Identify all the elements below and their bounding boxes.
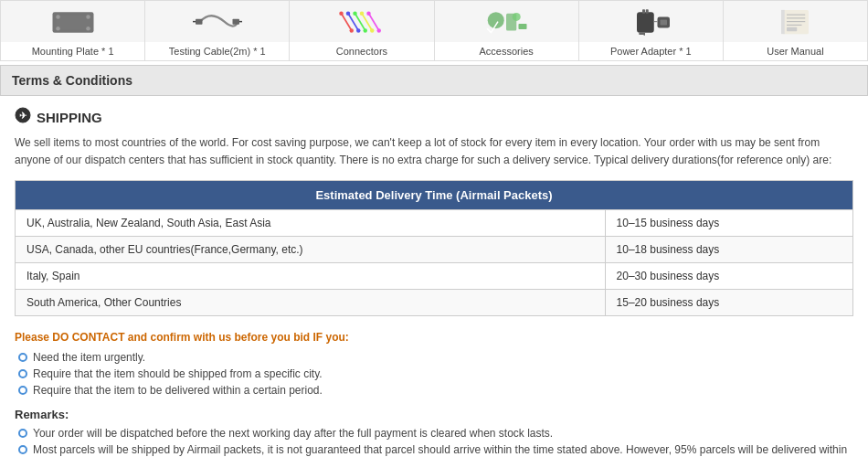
contact-item: Need the item urgently. bbox=[18, 351, 853, 364]
product-accessories: Accessories bbox=[435, 1, 579, 61]
remark-item-text: Your order will be dispatched before the… bbox=[33, 427, 553, 440]
delivery-region: UK, Australia, New Zealand, South Asia, … bbox=[16, 210, 606, 237]
bullet-icon bbox=[18, 429, 27, 438]
svg-rect-1 bbox=[56, 15, 90, 30]
svg-rect-35 bbox=[661, 19, 668, 25]
svg-rect-29 bbox=[637, 12, 654, 33]
svg-point-5 bbox=[86, 26, 90, 30]
delivery-region: USA, Canada, other EU countries(France,G… bbox=[16, 237, 606, 263]
contact-item-text: Require that the item should be shipped … bbox=[33, 367, 323, 380]
svg-point-15 bbox=[339, 11, 344, 16]
contact-item-text: Need the item urgently. bbox=[33, 351, 145, 364]
svg-rect-7 bbox=[232, 18, 239, 24]
svg-point-2 bbox=[56, 15, 60, 19]
product-mounting-plate: Mounting Plate * 1 bbox=[1, 1, 145, 61]
svg-point-17 bbox=[353, 11, 357, 16]
bullet-icon bbox=[18, 445, 27, 454]
contact-item: Require that the item to be delivered wi… bbox=[18, 384, 853, 397]
svg-rect-6 bbox=[196, 18, 203, 24]
contact-list: Need the item urgently.Require that the … bbox=[15, 351, 853, 397]
svg-rect-30 bbox=[642, 9, 645, 14]
product-testing-cable: Testing Cable(2m) * 1 bbox=[145, 1, 290, 61]
remarks-list: Your order will be dispatched before the… bbox=[15, 427, 853, 456]
shipping-description: We sell items to most countries of the w… bbox=[15, 134, 853, 169]
svg-rect-32 bbox=[640, 32, 645, 34]
svg-point-19 bbox=[366, 11, 371, 16]
power-adapter-image bbox=[579, 1, 723, 42]
svg-point-3 bbox=[86, 15, 90, 19]
remark-item: Most parcels will be shipped by Airmail … bbox=[18, 443, 853, 456]
mounting-plate-image bbox=[1, 1, 144, 42]
contact-item-text: Require that the item to be delivered wi… bbox=[33, 384, 323, 397]
delivery-table: Estimated Delivery Time (Airmail Packets… bbox=[15, 180, 853, 316]
delivery-region: South America, Other Countries bbox=[16, 290, 606, 316]
product-power-adapter: Power Adapter * 1 bbox=[579, 1, 724, 61]
product-connectors: Connectors bbox=[290, 1, 434, 61]
delivery-region: Italy, Spain bbox=[16, 263, 606, 290]
svg-point-24 bbox=[376, 28, 381, 33]
delivery-time: 20–30 business days bbox=[605, 263, 852, 290]
remark-item-text: Most parcels will be shipped by Airmail … bbox=[33, 443, 847, 456]
product-user-manual: User Manual bbox=[724, 1, 868, 61]
bullet-icon bbox=[18, 369, 27, 378]
testing-cable-label: Testing Cable(2m) * 1 bbox=[145, 42, 289, 60]
user-manual-image bbox=[724, 1, 867, 42]
svg-point-27 bbox=[513, 12, 521, 20]
terms-title: Terms & Conditions bbox=[12, 73, 132, 88]
svg-point-21 bbox=[356, 28, 361, 33]
power-adapter-label: Power Adapter * 1 bbox=[579, 42, 723, 60]
contact-item: Require that the item should be shipped … bbox=[18, 367, 853, 380]
shipping-section-title: ✈ SHIPPING bbox=[15, 107, 853, 127]
remarks-title: Remarks: bbox=[15, 408, 853, 421]
svg-rect-38 bbox=[781, 9, 785, 33]
svg-point-18 bbox=[360, 11, 365, 16]
svg-point-20 bbox=[349, 28, 354, 33]
accessories-image bbox=[435, 1, 578, 42]
content-area: ✈ SHIPPING We sell items to most countri… bbox=[0, 96, 868, 457]
delivery-table-header: Estimated Delivery Time (Airmail Packets… bbox=[16, 181, 853, 210]
svg-rect-43 bbox=[787, 27, 797, 31]
shipping-icon: ✈ bbox=[15, 107, 31, 127]
shipping-label: SHIPPING bbox=[37, 110, 102, 125]
svg-rect-31 bbox=[646, 9, 649, 14]
svg-text:✈: ✈ bbox=[19, 111, 27, 121]
mounting-plate-label: Mounting Plate * 1 bbox=[1, 42, 144, 60]
svg-point-4 bbox=[56, 26, 60, 30]
terms-header: Terms & Conditions bbox=[0, 65, 868, 96]
connectors-image bbox=[290, 1, 433, 42]
bullet-icon bbox=[18, 353, 27, 362]
user-manual-label: User Manual bbox=[724, 42, 867, 60]
delivery-time: 15–20 business days bbox=[605, 290, 852, 316]
bullet-icon bbox=[18, 386, 27, 395]
products-row: Mounting Plate * 1 Testing Cable(2m) * 1 bbox=[0, 0, 868, 61]
accessories-label: Accessories bbox=[435, 42, 578, 60]
delivery-time: 10–15 business days bbox=[605, 210, 852, 237]
svg-point-16 bbox=[346, 11, 351, 16]
testing-cable-image bbox=[145, 1, 289, 42]
delivery-time: 10–18 business days bbox=[605, 237, 852, 263]
connectors-label: Connectors bbox=[290, 42, 433, 60]
svg-rect-28 bbox=[519, 23, 527, 28]
svg-point-22 bbox=[363, 28, 367, 33]
contact-notice: Please DO CONTACT and confirm with us be… bbox=[15, 331, 853, 344]
svg-point-23 bbox=[370, 28, 375, 33]
remark-item: Your order will be dispatched before the… bbox=[18, 427, 853, 440]
